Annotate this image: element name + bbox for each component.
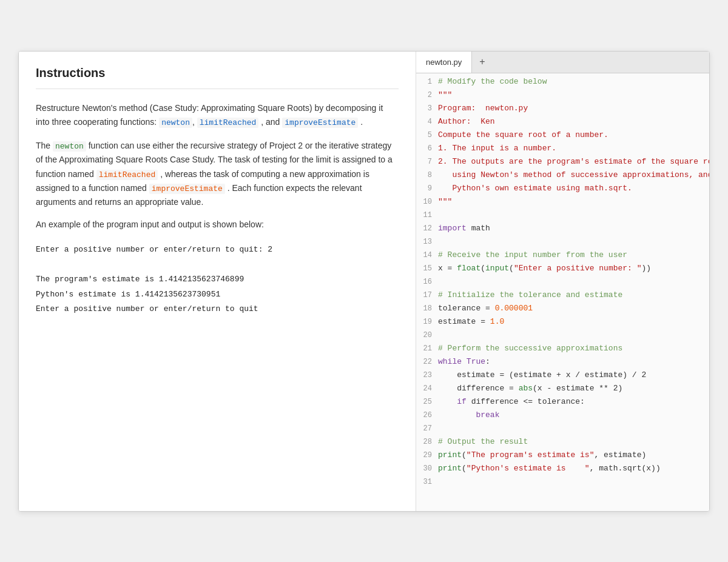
improveestimate-code: improveEstimate <box>149 184 225 194</box>
code-line: 18 tolerance = 0.000001 <box>416 303 710 316</box>
code-line: 1 # Modify the code below <box>416 76 710 89</box>
code-line: 24 difference = abs(x - estimate ** 2) <box>416 383 710 396</box>
newton-code: newton <box>53 141 86 152</box>
code-line: 19 estimate = 1.0 <box>416 316 710 329</box>
the-prefix: The <box>36 141 53 150</box>
code-line: 6 1. The input is a number. <box>416 142 710 156</box>
instructions-panel: Instructions Restructure Newton's method… <box>19 52 416 511</box>
code-line: 23 estimate = (estimate + x / estimate) … <box>416 369 710 383</box>
editor-panel: newton.py + 1 # Modify the code below 2 … <box>416 52 710 511</box>
code-line: 26 break <box>416 409 710 423</box>
tab-label: newton.py <box>426 58 462 67</box>
code-line: 15 x = float(input("Enter a positive num… <box>416 263 710 276</box>
code-line: 28 # Output the result <box>416 436 710 449</box>
code-line: 14 # Receive the input number from the u… <box>416 249 710 263</box>
intro-paragraph: Restructure Newton's method (Case Study:… <box>36 101 399 130</box>
code-line: 27 <box>416 423 710 436</box>
code-line: 13 <box>416 236 710 249</box>
code-editor[interactable]: 1 # Modify the code below 2 """ 3 Progra… <box>416 73 710 511</box>
improveestimate-link-1[interactable]: improveEstimate <box>282 118 358 128</box>
terminal-line-5: Enter a positive number or enter/return … <box>36 302 399 317</box>
code-line: 3 Program: newton.py <box>416 102 710 116</box>
code-line: 30 print("Python's estimate is ", math.s… <box>416 463 710 476</box>
main-container: Instructions Restructure Newton's method… <box>18 51 710 512</box>
terminal-line-4: Python's estimate is 1.4142135623730951 <box>36 287 399 303</box>
code-line: 25 if difference <= tolerance: <box>416 396 710 409</box>
code-line: 21 # Perform the successive approximatio… <box>416 343 710 356</box>
add-icon: + <box>479 56 485 67</box>
code-line: 22 while True: <box>416 356 710 369</box>
instructions-title: Instructions <box>36 66 399 89</box>
code-line: 8 using Newton's method of successive ap… <box>416 169 710 182</box>
tab-newton-py[interactable]: newton.py <box>416 52 472 73</box>
terminal-line-1: Enter a positive number or enter/return … <box>36 243 399 258</box>
terminal-output: Enter a positive number or enter/return … <box>36 239 399 321</box>
terminal-line-2 <box>36 257 399 272</box>
code-line: 20 <box>416 329 710 343</box>
code-line: 29 print("The program's estimate is", es… <box>416 449 710 463</box>
code-line: 11 <box>416 209 710 222</box>
code-line: 17 # Initialize the tolerance and estima… <box>416 289 710 303</box>
code-line: 2 """ <box>416 89 710 102</box>
intro-comma-2: , and <box>258 117 282 127</box>
limitreached-link-1[interactable]: limitReached <box>197 118 259 128</box>
example-label: An example of the program input and outp… <box>36 219 399 229</box>
intro-comma-1: , <box>192 117 197 127</box>
code-line: 31 <box>416 476 710 489</box>
limitreached-code: limitReached <box>96 170 158 180</box>
tab-bar: newton.py + <box>416 52 710 73</box>
terminal-line-3: The program's estimate is 1.414213562374… <box>36 272 399 287</box>
code-line: 5 Compute the square root of a number. <box>416 129 710 142</box>
intro-period: . <box>358 117 363 127</box>
code-line: 7 2. The outputs are the program's estim… <box>416 156 710 169</box>
tab-add-button[interactable]: + <box>472 52 492 73</box>
code-line: 9 Python's own estimate using math.sqrt. <box>416 182 710 196</box>
code-line: 16 <box>416 276 710 289</box>
code-line: 12 import math <box>416 222 710 236</box>
function-paragraph: The newton function can use either the r… <box>36 139 399 210</box>
code-line: 4 Author: Ken <box>416 116 710 129</box>
code-line: 10 """ <box>416 196 710 209</box>
newton-link-1[interactable]: newton <box>159 118 192 128</box>
